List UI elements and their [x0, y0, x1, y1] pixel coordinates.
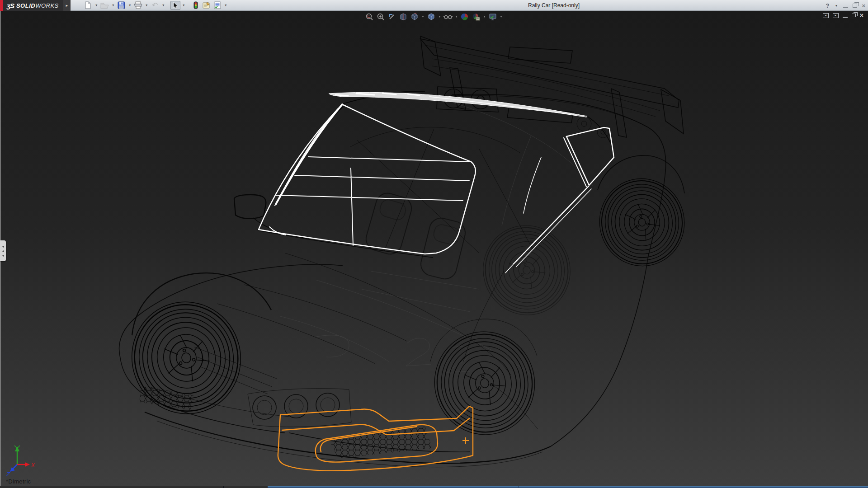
triad-x-label: X [31, 462, 36, 469]
hide-show-caret-icon[interactable]: ▾ [454, 12, 458, 21]
solidworks-logo-mark: ʒS [7, 2, 14, 9]
previous-view-button[interactable] [387, 12, 397, 21]
status-bar [0, 486, 868, 488]
zoom-to-fit-icon [365, 13, 373, 21]
save-button[interactable] [117, 1, 127, 10]
edit-appearance-button[interactable] [460, 12, 470, 21]
expand-arrow-icon: ◂ [2, 244, 4, 249]
featuremanager-pane-icon[interactable]: ◂ [823, 13, 829, 18]
restore-button[interactable] [853, 4, 857, 8]
display-style-button[interactable] [426, 12, 436, 21]
document-window-controls: ◂ ▸ × [823, 13, 863, 18]
open-document-button[interactable] [100, 1, 110, 10]
options-list-icon [213, 1, 222, 9]
view-settings-button[interactable] [488, 12, 498, 21]
status-segment [268, 486, 868, 488]
previous-view-icon [388, 13, 396, 21]
file-properties-icon [202, 1, 211, 9]
section-view-icon [399, 13, 407, 21]
zoom-to-area-icon [377, 13, 385, 21]
orientation-triad: X Z [6, 446, 36, 478]
apply-scene-button[interactable] [471, 12, 481, 21]
logo-red-stripe [0, 0, 3, 11]
open-folder-icon [100, 1, 109, 9]
new-document-button[interactable] [83, 1, 93, 10]
view-settings-caret-icon[interactable]: ▾ [499, 12, 503, 21]
print-caret-icon[interactable]: ▾ [144, 1, 149, 10]
close-button[interactable]: × [862, 2, 865, 9]
minimize-button[interactable] [843, 4, 848, 8]
doc-close-button[interactable]: × [860, 13, 863, 18]
car-wireframe-scene[interactable]: X Z [0, 11, 868, 486]
undo-button[interactable]: ↶ [150, 1, 160, 10]
save-floppy-icon [118, 1, 125, 9]
pane-arrow-left: ◂ [825, 14, 827, 17]
undo-icon: ↶ [152, 1, 158, 9]
printer-icon [134, 1, 142, 9]
car-body-lines [119, 36, 684, 467]
triad-z-label: Z [6, 471, 10, 478]
file-properties-button[interactable] [202, 1, 212, 10]
logo-text-works: WORKS [35, 2, 59, 9]
menu-expand-arrow-icon[interactable]: ▸ [63, 0, 71, 11]
help-caret-icon[interactable]: ▾ [834, 1, 839, 10]
standard-toolbar: ▾ ▾ ▾ ▾ ↶ ▾ ▾ ▾ [83, 0, 228, 10]
pane-arrow-right: ▸ [835, 14, 837, 17]
sketch-cursor-cross [462, 437, 469, 444]
new-document-icon [84, 1, 92, 9]
select-caret-icon[interactable]: ▾ [181, 1, 186, 10]
car-wheels [119, 171, 693, 446]
display-pane-icon[interactable]: ▸ [833, 13, 839, 18]
doc-restore-button[interactable] [852, 14, 856, 17]
view-settings-icon [489, 13, 497, 21]
solidworks-logo: ʒS SOLIDWORKS [0, 0, 63, 11]
display-style-icon [427, 13, 435, 21]
expand-arrow-icon: ◂ [2, 249, 4, 253]
options-button[interactable] [212, 1, 222, 10]
options-caret-icon[interactable]: ▾ [223, 1, 228, 10]
rebuild-button[interactable] [191, 1, 201, 10]
view-orientation-caret-icon[interactable]: ▾ [421, 12, 425, 21]
select-cursor-icon [172, 2, 179, 9]
apply-scene-caret-icon[interactable]: ▾ [482, 12, 486, 21]
featuremanager-expand-tab[interactable]: ◂ ◂ ◂ [0, 240, 6, 261]
traffic-light-icon [193, 1, 198, 9]
zoom-to-fit-button[interactable] [364, 12, 374, 21]
undo-caret-icon[interactable]: ▾ [161, 1, 166, 10]
appearance-sphere-icon [461, 13, 469, 21]
status-divider [223, 486, 224, 488]
print-button[interactable] [133, 1, 143, 10]
headsup-view-toolbar: ▾ ▾ ▾ ▾ ▾ [364, 12, 503, 21]
select-button[interactable] [170, 1, 180, 10]
view-orientation-button[interactable] [410, 12, 420, 21]
zoom-to-area-button[interactable] [376, 12, 386, 21]
window-title: Rally Car [Read-only] [479, 0, 628, 11]
apply-scene-icon [472, 13, 480, 21]
open-caret-icon[interactable]: ▾ [111, 1, 116, 10]
view-orientation-icon [410, 13, 419, 21]
graphics-viewport[interactable]: X Z ▾ ▾ ▾ [0, 11, 868, 486]
section-view-button[interactable] [398, 12, 408, 21]
window-controls: ? ▾ × [826, 0, 865, 11]
status-divider [519, 486, 519, 488]
expand-arrow-icon: ◂ [2, 253, 4, 258]
hide-show-items-button[interactable] [443, 12, 453, 21]
save-caret-icon[interactable]: ▾ [127, 1, 132, 10]
view-orientation-label: *Dimetric [6, 478, 31, 485]
glasses-icon [443, 13, 453, 21]
logo-text-solid: SOLID [16, 2, 35, 9]
display-style-caret-icon[interactable]: ▾ [438, 12, 442, 21]
doc-minimize-button[interactable] [843, 14, 848, 18]
title-bar: ʒS SOLIDWORKS ▸ ▾ ▾ ▾ ▾ ↶ ▾ ▾ [0, 0, 868, 11]
help-icon[interactable]: ? [826, 2, 829, 9]
new-caret-icon[interactable]: ▾ [94, 1, 99, 10]
